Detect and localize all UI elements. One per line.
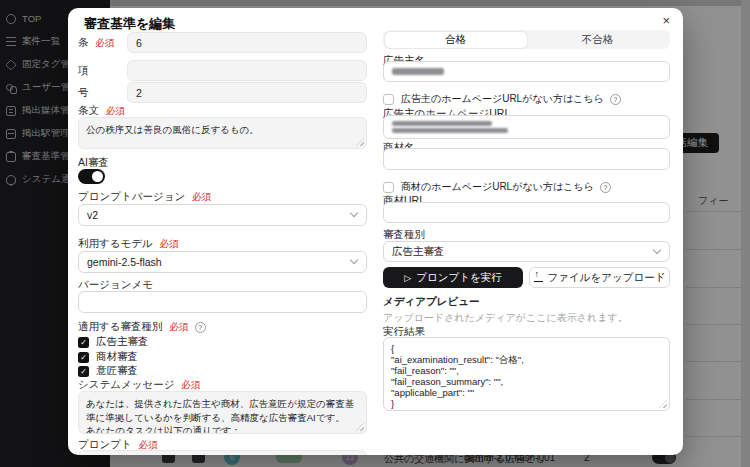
upload-icon xyxy=(534,273,543,282)
redacted-text xyxy=(392,128,508,133)
required-badge: 必須 xyxy=(192,191,211,202)
chevron-down-icon xyxy=(350,256,358,264)
review-type-label: 審査種別 xyxy=(383,228,425,242)
ai-review-toggle[interactable] xyxy=(78,169,105,184)
product-name-input[interactable] xyxy=(383,148,670,170)
system-message-label: システムメッセージ必須 xyxy=(78,378,200,392)
play-icon: ▷ xyxy=(404,273,411,283)
advertiser-url-input[interactable] xyxy=(383,115,670,139)
redacted-text xyxy=(392,121,492,126)
advertiser-no-url-checkbox[interactable]: 広告主のホームページURLがない方はこちら? xyxy=(383,92,621,106)
media-preview-label: メディアプレビュー xyxy=(383,295,479,309)
article-input[interactable]: 6 xyxy=(127,32,367,53)
product-url-input[interactable] xyxy=(383,202,670,223)
version-memo-label: バージョンメモ xyxy=(78,278,153,292)
help-icon[interactable]: ? xyxy=(195,322,206,333)
required-badge: 必須 xyxy=(96,37,115,48)
review-type-select[interactable]: 広告主審査 xyxy=(383,241,670,262)
required-badge: 必須 xyxy=(139,439,158,450)
checkbox-checked-icon: ✓ xyxy=(78,366,89,377)
prompt-version-select[interactable]: v2 xyxy=(78,204,367,226)
prompt-textarea[interactable]: 審査名:公の秩序または善良の風俗に反する広告表現の審査 xyxy=(78,450,367,455)
close-icon[interactable]: × xyxy=(662,13,670,28)
apply-type-checkbox-advertiser[interactable]: ✓広告主審査 xyxy=(78,335,149,349)
apply-type-checkbox-design[interactable]: ✓意匠審査 xyxy=(78,364,138,378)
upload-file-button[interactable]: ファイルをアップロード xyxy=(529,267,670,288)
required-badge: 必須 xyxy=(106,105,125,116)
required-badge: 必須 xyxy=(181,379,200,390)
checkbox-checked-icon: ✓ xyxy=(78,337,89,348)
item-input[interactable]: 2 xyxy=(127,82,367,103)
required-badge: 必須 xyxy=(160,238,179,249)
prompt-version-label: プロンプトバージョン必須 xyxy=(78,190,211,204)
paragraph-input[interactable] xyxy=(127,60,367,81)
product-no-url-checkbox[interactable]: 商材のホームページURLがない方はこちら? xyxy=(383,180,611,194)
tab-pass[interactable]: 合格 xyxy=(385,32,527,48)
checkbox-unchecked-icon xyxy=(383,94,394,105)
clause-label: 条文必須 xyxy=(78,104,125,118)
version-memo-input[interactable] xyxy=(78,291,367,313)
article-label: 条必須 xyxy=(78,36,115,50)
clause-textarea[interactable]: 公の秩序又は善良の風俗に反するもの。 xyxy=(78,117,367,149)
chevron-down-icon xyxy=(350,209,358,217)
required-badge: 必須 xyxy=(170,321,189,332)
paragraph-label: 項 xyxy=(78,64,89,78)
model-label: 利用するモデル必須 xyxy=(78,237,179,251)
tab-fail[interactable]: 不合格 xyxy=(527,32,669,48)
help-icon[interactable]: ? xyxy=(600,182,611,193)
edit-criteria-modal: 審査基準を編集 × 条必須 6 項 号 2 条文必須 公の秩序又は善良の風俗に反… xyxy=(68,8,683,455)
result-textarea[interactable]: { "ai_examination_result": "合格", "fail_r… xyxy=(383,337,670,411)
chevron-down-icon xyxy=(653,245,661,253)
apply-type-checkbox-product[interactable]: ✓商材審査 xyxy=(78,350,138,364)
help-icon[interactable]: ? xyxy=(610,94,621,105)
redacted-text xyxy=(392,68,444,75)
model-select[interactable]: gemini-2.5-flash xyxy=(78,251,367,273)
advertiser-name-input[interactable] xyxy=(383,61,670,82)
item-label: 号 xyxy=(78,86,89,100)
checkbox-unchecked-icon xyxy=(383,182,394,193)
resize-grip[interactable] xyxy=(356,138,364,146)
ai-review-label: AI審査 xyxy=(78,156,109,170)
resize-grip[interactable] xyxy=(659,400,667,408)
result-tabs: 合格 不合格 xyxy=(383,30,670,49)
system-message-textarea[interactable]: あなたは、提供された広告主や商材、広告意匠が規定の審査基準に準拠しているかを判断… xyxy=(78,391,367,434)
resize-grip[interactable] xyxy=(356,423,364,431)
media-preview-hint: アップロードされたメディアがここに表示されます。 xyxy=(383,311,628,325)
modal-title: 審査基準を編集 xyxy=(84,15,175,33)
run-prompt-button[interactable]: ▷プロンプトを実行 xyxy=(383,267,523,288)
apply-types-label: 適用する審査種別必須? xyxy=(78,320,206,334)
checkbox-checked-icon: ✓ xyxy=(78,352,89,363)
